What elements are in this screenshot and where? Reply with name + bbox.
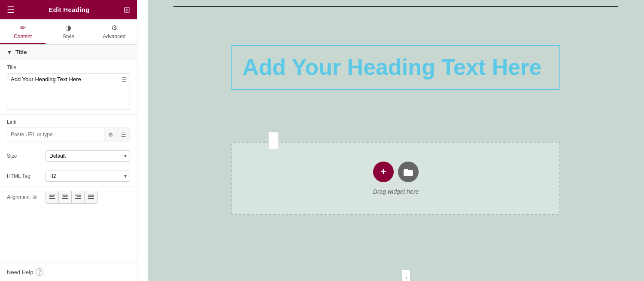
svg-rect-11 [88,198,94,199]
style-tab-icon: ◑ [65,24,71,32]
svg-rect-1 [49,196,54,197]
title-textarea[interactable]: Add Your Heading Text Here [7,73,130,108]
title-textarea-wrapper: Add Your Heading Text Here ☰ [7,73,130,110]
canvas: Add Your Heading Text Here + Drag widget… [148,0,644,281]
drop-label: Drag widget here [373,188,419,195]
widget-library-button[interactable] [398,162,419,182]
html-tag-select-wrapper: H1 H2 H3 H4 H5 H6 div span p [46,171,130,182]
alignment-row: Alignment 🖥 [0,186,137,208]
advanced-tab-icon: ⚙ [111,24,117,32]
section-title-label: Title [15,49,27,55]
link-field-group: Link ⚙ ☰ [0,115,137,146]
left-panel: ☰ Edit Heading ⊞ ✏ Content ◑ Style ⚙ Adv… [0,0,137,281]
section-header-title: ▼ Title [0,45,137,60]
svg-rect-3 [62,195,68,195]
svg-rect-6 [75,195,81,195]
link-label: Link [7,119,130,125]
align-justify-button[interactable] [85,191,97,203]
menu-icon[interactable]: ☰ [7,5,15,15]
link-settings-icon[interactable]: ⚙ [104,128,117,141]
html-tag-select[interactable]: H1 H2 H3 H4 H5 H6 div span p [46,171,130,182]
drop-zone-buttons: + [373,162,419,182]
size-row: Size Default Small Medium Large XL XXL [0,146,137,166]
style-tab-label: Style [63,34,74,40]
svg-rect-10 [88,196,94,197]
content-tab-label: Content [14,34,32,40]
tab-advanced[interactable]: ⚙ Advanced [91,19,137,44]
html-tag-label: HTML Tag [7,173,46,179]
help-text: Need Help [7,269,33,275]
tab-content[interactable]: ✏ Content [0,19,46,44]
align-right-button[interactable] [72,191,85,203]
title-label: Title [7,64,130,70]
panel-title: Edit Heading [49,6,89,13]
drop-zone: + Drag widget here [231,142,560,215]
tab-style[interactable]: ◑ Style [46,19,91,44]
align-left-button[interactable] [46,191,59,203]
content-tab-icon: ✏ [20,24,26,32]
link-list-icon[interactable]: ☰ [117,128,130,141]
svg-rect-0 [49,195,55,195]
collapse-panel-button[interactable]: ‹ [268,132,279,149]
heading-widget[interactable]: Add Your Heading Text Here [231,45,560,90]
grid-icon[interactable]: ⊞ [124,5,130,15]
panel-tabs: ✏ Content ◑ Style ⚙ Advanced [0,19,137,45]
html-tag-row: HTML Tag H1 H2 H3 H4 H5 H6 div span p [0,166,137,186]
align-center-button[interactable] [59,191,72,203]
add-widget-button[interactable]: + [373,162,394,182]
textarea-list-icon[interactable]: ☰ [122,76,127,83]
alignment-buttons [46,191,98,204]
heading-text: Add Your Heading Text Here [243,55,549,80]
size-label: Size [7,153,46,159]
advanced-tab-label: Advanced [103,34,125,40]
link-input-wrapper: ⚙ ☰ [7,128,130,141]
svg-rect-7 [77,196,81,197]
section-collapse-arrow[interactable]: ▼ [7,49,12,55]
size-select-wrapper: Default Small Medium Large XL XXL [46,150,130,162]
alignment-label: Alignment 🖥 [7,194,46,200]
top-border-line [173,6,618,7]
panel-footer: Need Help ? [0,263,137,281]
help-icon[interactable]: ? [36,268,43,276]
svg-rect-2 [49,198,55,199]
responsive-icon: 🖥 [32,194,37,200]
svg-rect-5 [62,198,68,199]
svg-rect-4 [63,196,67,197]
svg-rect-9 [88,195,94,195]
panel-header: ☰ Edit Heading ⊞ [0,0,137,19]
panel-content: ▼ Title Title Add Your Heading Text Here… [0,45,137,263]
link-input[interactable] [7,129,104,140]
svg-rect-8 [75,198,81,199]
size-select[interactable]: Default Small Medium Large XL XXL [46,150,130,162]
title-field-group: Title Add Your Heading Text Here ☰ [0,60,137,115]
